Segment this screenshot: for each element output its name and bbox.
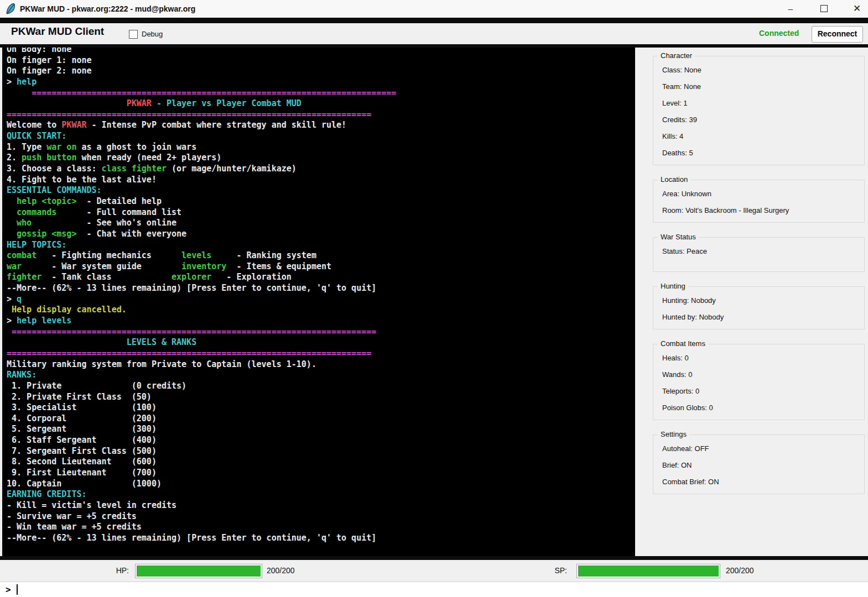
connection-status: Connected [759,29,799,38]
command-input[interactable]: > [0,582,868,597]
terminal-line: 4. Corporal (200) [7,413,396,425]
command-prompt: > [6,584,11,595]
terminal-line: HELP TOPICS: [7,240,396,251]
terminal-line: 5. Sergeant (300) [7,424,396,435]
terminal-line: combat - Fighting mechanics levels - Ran… [7,250,396,261]
terminal-line: > help levels [7,316,396,327]
panel-item: Teleports: 0 [653,383,864,400]
panel-item: Hunted by: Nobody [653,309,864,326]
sidebar: CharacterClass: NoneTeam: NoneLevel: 1Cr… [635,48,868,556]
panel-item: Hunting: Nobody [653,292,864,309]
text-cursor [17,584,18,595]
close-button[interactable]: ✕ [844,0,868,18]
app-header: PKWar MUD Client Debug Connected Reconne… [0,23,868,44]
sp-bar [576,564,720,578]
terminal-line: ========================================… [7,109,396,121]
terminal-line: 10. Captain (1000) [7,479,396,490]
sp-value: 200/200 [726,566,754,575]
panel-combat-items: Combat ItemsHeals: 0Wands: 0Teleports: 0… [653,344,865,420]
panel-item: Autoheal: OFF [653,441,864,457]
panel-item: Room: Volt's Backroom - Illegal Surgery [653,202,864,219]
panel-item: Kills: 4 [653,128,864,145]
terminal-line: 3. Specialist (100) [7,402,396,413]
minimize-button[interactable]: – [778,0,803,18]
maximize-button[interactable] [811,0,836,18]
terminal-line: ========================================… [7,348,396,359]
terminal-line: - Kill = victim's level in credits [7,500,396,511]
terminal-line: ========================================… [7,327,396,338]
terminal-line: 9. First Lieutenant (700) [7,468,396,479]
panel-item: Area: Unknown [653,186,864,202]
panel-title: War Status [658,233,699,241]
terminal-line: > q [7,294,396,305]
reconnect-button[interactable]: Reconnect [812,26,863,43]
status-bar: HP: 200/200 SP: 200/200 [0,560,868,582]
terminal-line: --More-- (62% - 13 lines remaining) [Pre… [7,533,396,544]
terminal-line: EARNING CREDITS: [7,489,396,500]
panel-item: Class: None [653,62,864,78]
sp-label: SP: [532,566,567,575]
panel-settings: SettingsAutoheal: OFFBrief: ONCombat Bri… [653,434,865,494]
panel-title: Hunting [658,282,688,290]
panel-item: Wands: 0 [653,366,864,383]
terminal-line: Help display cancelled. [7,305,396,316]
window-frame-band [0,18,868,23]
hp-value: 200/200 [267,566,295,575]
window-title-bar: PKWar MUD - pkwar.org:2222 - mud@pkwar.o… [0,0,868,18]
panel-location: LocationArea: UnknownRoom: Volt's Backro… [653,180,865,223]
terminal-line: 1. Private (0 credits) [7,381,396,392]
window-title: PKWar MUD - pkwar.org:2222 - mud@pkwar.o… [20,0,195,18]
panel-character: CharacterClass: NoneTeam: NoneLevel: 1Cr… [653,56,865,165]
terminal-line: PKWAR - Player vs Player Combat MUD [7,98,396,109]
terminal-line: commands - Full command list [7,207,396,218]
debug-checkbox[interactable] [129,30,138,39]
terminal-line: RANKS: [7,370,396,381]
terminal-line: 7. Sergeant First Class (500) [7,446,396,457]
terminal-line: fighter - Tank class explorer - Explorat… [7,272,396,283]
terminal-line: 2. Private First Class (50) [7,392,396,403]
panel-item: Level: 1 [653,95,864,112]
terminal-line: ESSENTIAL COMMANDS: [7,185,396,196]
terminal-line: > help [7,77,396,88]
python-feather-icon [5,3,16,15]
hp-bar-fill [137,565,261,577]
terminal-line: On Body: none [7,48,396,55]
terminal-output-content: On Body: noneOn finger 1: noneOn finger … [7,48,396,543]
panel-item: Status: Peace [653,243,864,260]
terminal-line: - Survive war = +5 credits [7,511,396,522]
terminal-line: - Win team war = +5 credits [7,522,396,533]
terminal-line: war - War system guide inventory - Items… [7,261,396,273]
terminal-line: 8. Second Lieutenant (600) [7,457,396,468]
terminal-line: 2. push button when ready (need 2+ playe… [7,153,396,164]
hp-label: HP: [94,566,129,575]
terminal-line: On finger 1: none [7,55,396,66]
debug-label: Debug [142,30,163,38]
terminal-line: 6. Staff Sergeant (400) [7,435,396,446]
terminal-line: ========================================… [7,88,396,99]
terminal-line: help <topic> - Detailed help [7,196,396,207]
terminal-line: 1. Type war on as a ghost to join wars [7,142,396,153]
sp-bar-fill [578,565,719,577]
panel-item: Brief: ON [653,457,864,474]
debug-checkbox-group: Debug [129,29,163,39]
panel-item: Deaths: 5 [653,145,864,161]
terminal-line: 4. Fight to be the last alive! [7,175,396,186]
maximize-icon [820,5,828,12]
terminal-line: Military ranking system from Private to … [7,359,396,370]
panel-item: Credits: 39 [653,112,864,128]
panel-title: Combat Items [658,339,708,348]
panel-title: Settings [658,430,689,438]
terminal-line: who - See who's online [7,218,396,229]
terminal-output[interactable]: On Body: noneOn finger 1: noneOn finger … [2,48,635,556]
panel-hunting: HuntingHunting: NobodyHunted by: Nobody [653,286,865,329]
terminal-bottom-divider [0,556,868,560]
terminal-line: 3. Choose a class: class fighter (or mag… [7,164,396,175]
panel-title: Character [658,51,695,60]
panel-item: Team: None [653,78,864,95]
panel-war-status: War StatusStatus: Peace [653,237,865,272]
hp-bar [135,564,262,578]
panel-item: Combat Brief: ON [653,474,864,490]
terminal-line: gossip <msg> - Chat with everyone [7,229,396,240]
terminal-line: Welcome to PKWAR - Intense PvP combat wh… [7,120,396,131]
terminal-line: LEVELS & RANKS [7,337,396,348]
